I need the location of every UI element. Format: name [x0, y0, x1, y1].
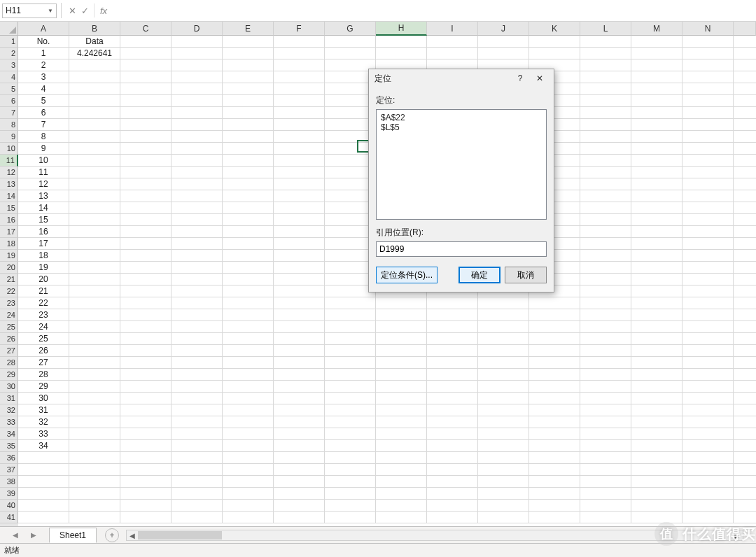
column-header[interactable]: C [120, 22, 172, 36]
cell[interactable] [120, 297, 172, 309]
cell[interactable] [529, 476, 580, 488]
scroll-thumb[interactable] [138, 531, 222, 540]
cell[interactable] [580, 488, 631, 500]
cell[interactable] [172, 440, 223, 452]
cell[interactable] [325, 464, 376, 476]
cell[interactable] [631, 393, 682, 404]
cell[interactable]: 24 [18, 321, 69, 333]
cell[interactable] [223, 381, 274, 393]
cell[interactable] [172, 512, 223, 523]
formula-input[interactable] [110, 3, 756, 18]
cell[interactable] [631, 178, 682, 190]
cell[interactable] [274, 155, 325, 167]
cell[interactable] [325, 512, 376, 523]
cell[interactable] [427, 440, 478, 452]
cell[interactable] [223, 59, 274, 71]
cell[interactable] [223, 202, 274, 214]
cell[interactable] [274, 309, 325, 321]
cell[interactable] [376, 488, 427, 500]
cell[interactable] [69, 250, 120, 262]
cell[interactable] [325, 393, 376, 404]
cell[interactable] [172, 416, 223, 428]
cell[interactable] [69, 357, 120, 369]
cell[interactable] [325, 428, 376, 440]
cell[interactable] [325, 48, 376, 59]
cell[interactable] [631, 500, 682, 512]
cell[interactable] [682, 452, 734, 464]
cell[interactable] [223, 345, 274, 357]
cell[interactable] [120, 155, 172, 167]
cell[interactable] [223, 416, 274, 428]
cell[interactable] [376, 357, 427, 369]
cell[interactable] [172, 464, 223, 476]
cell[interactable] [734, 250, 756, 262]
cell[interactable] [172, 250, 223, 262]
cell[interactable] [682, 404, 734, 416]
cell[interactable] [120, 178, 172, 190]
cell[interactable] [172, 262, 223, 274]
cell[interactable] [274, 274, 325, 285]
cell[interactable] [734, 214, 756, 226]
cell[interactable] [274, 131, 325, 143]
cell[interactable] [223, 178, 274, 190]
cell[interactable] [223, 48, 274, 59]
cell[interactable] [69, 214, 120, 226]
cell[interactable]: 13 [18, 190, 69, 202]
cell[interactable] [580, 95, 631, 107]
cell[interactable] [631, 297, 682, 309]
cell[interactable] [376, 297, 427, 309]
cell[interactable] [172, 143, 223, 155]
cell[interactable] [325, 488, 376, 500]
cell[interactable] [734, 95, 756, 107]
cell[interactable] [580, 214, 631, 226]
cell[interactable] [172, 500, 223, 512]
cell[interactable] [682, 369, 734, 381]
cell[interactable] [631, 262, 682, 274]
fx-icon[interactable]: fx [97, 3, 110, 17]
cell[interactable] [580, 464, 631, 476]
cell[interactable] [529, 512, 580, 523]
row-header[interactable]: 31 [0, 393, 18, 404]
cell[interactable] [478, 416, 529, 428]
cell[interactable] [734, 36, 756, 48]
cell[interactable] [69, 345, 120, 357]
cell[interactable] [376, 381, 427, 393]
cell[interactable] [172, 321, 223, 333]
cell[interactable] [223, 476, 274, 488]
help-button[interactable]: ? [512, 71, 528, 85]
cell[interactable] [478, 428, 529, 440]
cell[interactable] [376, 333, 427, 345]
row-header[interactable]: 21 [0, 274, 18, 285]
cell[interactable] [120, 285, 172, 297]
cell[interactable] [69, 202, 120, 214]
cell[interactable] [274, 107, 325, 119]
column-header[interactable]: J [478, 22, 529, 36]
cell[interactable] [120, 48, 172, 59]
cell[interactable] [69, 512, 120, 523]
cell[interactable] [274, 452, 325, 464]
cell[interactable] [631, 119, 682, 131]
cell[interactable] [682, 155, 734, 167]
column-header[interactable]: N [682, 22, 734, 36]
cell[interactable] [427, 428, 478, 440]
cell[interactable] [427, 36, 478, 48]
cell[interactable] [734, 381, 756, 393]
name-box[interactable]: H11 ▼ [2, 3, 57, 18]
cell[interactable] [529, 500, 580, 512]
cell[interactable] [325, 345, 376, 357]
cell[interactable]: 26 [18, 345, 69, 357]
cell[interactable] [580, 48, 631, 59]
cell[interactable] [223, 488, 274, 500]
cell[interactable] [69, 440, 120, 452]
cell[interactable] [529, 333, 580, 345]
cell[interactable] [734, 119, 756, 131]
cell[interactable] [120, 143, 172, 155]
cell[interactable] [580, 285, 631, 297]
cell[interactable] [120, 500, 172, 512]
cell[interactable]: 28 [18, 369, 69, 381]
cell[interactable] [631, 71, 682, 83]
cell[interactable] [734, 143, 756, 155]
cell[interactable] [529, 345, 580, 357]
cell[interactable] [120, 36, 172, 48]
cell[interactable] [580, 119, 631, 131]
